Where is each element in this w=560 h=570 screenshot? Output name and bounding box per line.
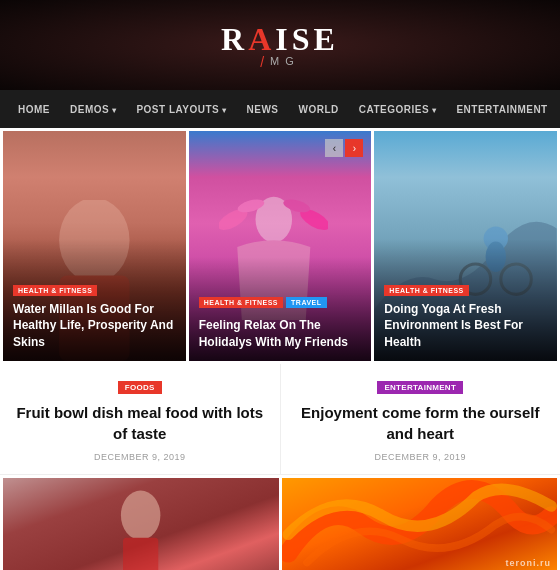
- slider-next-button[interactable]: ›: [345, 139, 363, 157]
- article-2-date: December 9, 2019: [296, 452, 546, 462]
- card-2-category-travel: TRAVEL: [286, 297, 326, 308]
- nav-world[interactable]: WORLD: [289, 104, 349, 115]
- hero-cards-grid: HEALTH & FITNESS Water Millan Is Good Fo…: [0, 128, 560, 364]
- articles-row: Foods Fruit bowl dish meal food with lot…: [0, 364, 560, 475]
- nav-news[interactable]: NEWS: [237, 104, 289, 115]
- swirl-illustration: [282, 478, 558, 570]
- slider-arrows: ‹ ›: [325, 139, 363, 157]
- bottom-image-2[interactable]: teroni.ru: [282, 478, 558, 570]
- article-2-category: Entertainment: [377, 381, 463, 394]
- nav-home[interactable]: HOME: [8, 104, 60, 115]
- card-2-category-health: HEALTH & FITNESS: [199, 297, 283, 308]
- article-2-title: Enjoyment come form the ourself and hear…: [296, 402, 546, 444]
- nav-categories[interactable]: CATEGORIES: [349, 104, 447, 115]
- card-2-title: Feeling Relax On The Holidalys With My F…: [199, 317, 362, 351]
- watermark-text: teroni.ru: [505, 558, 551, 568]
- card-1-title: Water Millan Is Good For Healthy Life, P…: [13, 301, 176, 351]
- woman2-illustration: [58, 487, 223, 570]
- article-1-date: December 9, 2019: [15, 452, 265, 462]
- card-2-overlay: HEALTH & FITNESS TRAVEL Feeling Relax On…: [189, 257, 372, 361]
- nav-demos[interactable]: DEMOS: [60, 104, 126, 115]
- card-3-category: HEALTH & FITNESS: [384, 285, 468, 296]
- nav-entertainment[interactable]: ENTERTAINMENT: [446, 104, 557, 115]
- hero-card-3[interactable]: HEALTH & FITNESS Doing Yoga At Fresh Env…: [374, 131, 557, 361]
- slider-prev-button[interactable]: ‹: [325, 139, 343, 157]
- card-3-overlay: HEALTH & FITNESS Doing Yoga At Fresh Env…: [374, 239, 557, 361]
- article-1[interactable]: Foods Fruit bowl dish meal food with lot…: [0, 364, 281, 474]
- bottom-image-1[interactable]: [3, 478, 279, 570]
- nav-post-layouts[interactable]: POST LAYOUTS: [126, 104, 236, 115]
- hero-card-2[interactable]: ‹ › HEALTH & FITNESS TRAVEL Feeling Rela…: [189, 131, 372, 361]
- navbar: HOME DEMOS POST LAYOUTS NEWS WORLD CATEG…: [0, 90, 560, 128]
- logo[interactable]: RAISE /MG: [221, 21, 339, 70]
- article-1-category: Foods: [118, 381, 162, 394]
- svg-rect-12: [123, 538, 158, 570]
- svg-point-11: [121, 491, 160, 540]
- article-2[interactable]: Entertainment Enjoyment come form the ou…: [281, 364, 561, 474]
- card-3-title: Doing Yoga At Fresh Environment Is Best …: [384, 301, 547, 351]
- bottom-images-row: teroni.ru: [0, 475, 560, 570]
- card-1-category: HEALTH & FITNESS: [13, 285, 97, 296]
- article-1-title: Fruit bowl dish meal food with lots of t…: [15, 402, 265, 444]
- header: RAISE /MG: [0, 0, 560, 90]
- hero-card-1[interactable]: HEALTH & FITNESS Water Millan Is Good Fo…: [3, 131, 186, 361]
- logo-text: RAISE: [221, 21, 339, 57]
- card-1-overlay: HEALTH & FITNESS Water Millan Is Good Fo…: [3, 239, 186, 361]
